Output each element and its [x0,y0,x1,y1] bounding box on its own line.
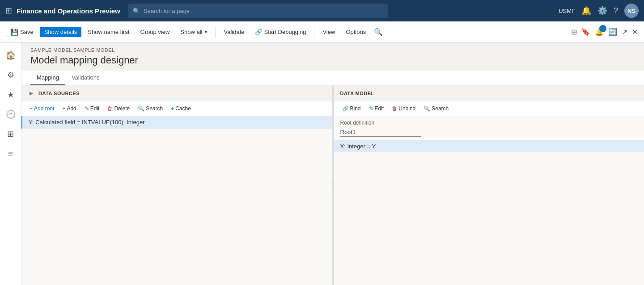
top-nav: ⊞ Finance and Operations Preview 🔍 USMF … [0,0,644,21]
root-definition-section: Root definition [334,116,644,140]
data-sources-header: ▶ DATA SOURCES [21,85,332,101]
dm-edit-label: Edit [375,105,384,112]
add-root-icon: + [30,105,33,112]
save-icon: 💾 [11,29,18,36]
search-bar: 🔍 [128,4,388,18]
sidebar-icon-filter[interactable]: ⚙ [2,66,20,84]
table-row[interactable]: X: Integer = Y [334,140,644,152]
toolbar-divider-2 [314,27,314,38]
expand-icon[interactable]: ▶ [28,90,35,97]
close-icon[interactable]: ✕ [632,28,638,36]
grid-view-icon[interactable]: ⊞ [571,28,577,36]
notification-bell[interactable]: 🔔3 [595,28,604,36]
page-title: Model mapping designer [21,53,644,71]
data-sources-title: DATA SOURCES [38,91,80,96]
sidebar-icon-home[interactable]: 🏠 [2,46,20,64]
user-label: USMF [559,8,575,14]
bind-button[interactable]: 🔗 Bind [339,104,364,113]
top-nav-right: USMF 🔔 ⚙️ ? NS [559,4,639,18]
dm-edit-icon: ✎ [369,105,373,112]
ds-toolbar: + Add root + Add ✎ Edit 🗑 Delete [21,101,332,116]
add-root-label: Add root [34,105,54,112]
main-layout: 🏠 ⚙ ★ 🕐 ⊞ ≡ SAMPLE MODEL SAMPLE MODEL Mo… [0,43,644,285]
table-row[interactable]: Y: Calculated field = INTVALUE(100): Int… [21,116,332,129]
data-model-list: X: Integer = Y [334,140,644,285]
root-definition-label: Root definition [340,120,638,126]
bind-icon: 🔗 [342,105,349,112]
grid-icon[interactable]: ⊞ [5,6,12,16]
bookmark-icon[interactable]: 🔖 [581,28,590,36]
edit-button[interactable]: ✎ Edit [81,104,103,113]
sidebar-icon-favorites[interactable]: ★ [2,86,20,104]
dm-toolbar: 🔗 Bind ✎ Edit 🗑 Unbind 🔍 Search [334,101,644,116]
search-input[interactable] [144,8,383,14]
edit-icon: ✎ [85,105,89,112]
toolbar: 💾 Save Show details Show name first Grou… [0,21,644,43]
unbind-icon: 🗑 [392,105,397,112]
data-model-panel: DATA MODEL 🔗 Bind ✎ Edit 🗑 Unbind [334,85,644,285]
toolbar-search-icon[interactable]: 🔍 [374,28,383,36]
root-input[interactable] [340,128,421,137]
notifications-icon[interactable]: 🔔 [581,6,591,16]
split-area: ▶ DATA SOURCES + Add root + Add ✎ E [21,85,644,285]
group-view-button[interactable]: Group view [136,27,174,37]
dm-search-button[interactable]: 🔍 Search [420,104,452,113]
data-sources-list: Y: Calculated field = INTVALUE(100): Int… [21,116,332,285]
cache-icon: + [171,105,174,112]
settings-icon[interactable]: ⚙️ [597,6,607,16]
sidebar-icon-recent[interactable]: 🕐 [2,105,20,123]
bind-label: Bind [350,105,361,112]
breadcrumb: SAMPLE MODEL SAMPLE MODEL [21,43,644,53]
search-icon: 🔍 [133,8,140,14]
unbind-label: Unbind [398,105,415,112]
help-icon[interactable]: ? [614,6,618,16]
sidebar-icon-list[interactable]: ≡ [2,145,20,163]
avatar[interactable]: NS [624,4,639,18]
add-icon: + [62,105,65,112]
data-sources-panel: ▶ DATA SOURCES + Add root + Add ✎ E [21,85,332,285]
data-model-header: DATA MODEL [334,85,644,101]
start-debugging-button[interactable]: 🔗 Start Debugging [250,27,310,37]
toolbar-right-icons: ⊞ 🔖 🔔3 🔄 ↗ ✕ [571,28,638,36]
search-button[interactable]: 🔍 Search [134,104,166,113]
app-title: Finance and Operations Preview [17,7,120,15]
toolbar-divider [215,27,216,38]
edit-label: Edit [90,105,100,112]
options-button[interactable]: Options [341,27,370,37]
dm-edit-button[interactable]: ✎ Edit [365,104,388,113]
debug-icon: 🔗 [255,29,262,35]
unbind-button[interactable]: 🗑 Unbind [388,104,419,113]
notification-badge: 3 [599,25,606,32]
show-all-button[interactable]: Show all [176,27,212,37]
search-icon-ds: 🔍 [138,105,144,112]
add-label: Add [67,105,76,112]
save-button[interactable]: 💾 Save [6,27,38,38]
view-button[interactable]: View [318,27,339,37]
sidebar-icon-workspaces[interactable]: ⊞ [2,125,20,143]
data-model-title: DATA MODEL [340,91,374,96]
sidebar: 🏠 ⚙ ★ 🕐 ⊞ ≡ [0,43,21,285]
delete-label: Delete [114,105,130,112]
cache-button[interactable]: + Cache [167,104,195,113]
search-label: Search [146,105,163,112]
validate-button[interactable]: Validate [219,27,249,37]
dm-search-label: Search [432,105,449,112]
content-area: SAMPLE MODEL SAMPLE MODEL Model mapping … [21,43,644,285]
cache-label: Cache [175,105,191,112]
add-button[interactable]: + Add [59,104,80,113]
detach-icon[interactable]: ↗ [622,28,627,36]
dm-search-icon: 🔍 [424,105,430,112]
tab-mapping[interactable]: Mapping [30,71,65,85]
tabs: Mapping Validations [21,71,644,85]
tab-validations[interactable]: Validations [65,71,106,85]
show-details-button[interactable]: Show details [40,27,82,37]
show-name-first-button[interactable]: Show name first [83,27,134,37]
delete-button[interactable]: 🗑 Delete [104,104,133,113]
add-root-button[interactable]: + Add root [26,104,58,113]
refresh-icon[interactable]: 🔄 [608,28,617,36]
delete-icon: 🗑 [107,105,113,112]
